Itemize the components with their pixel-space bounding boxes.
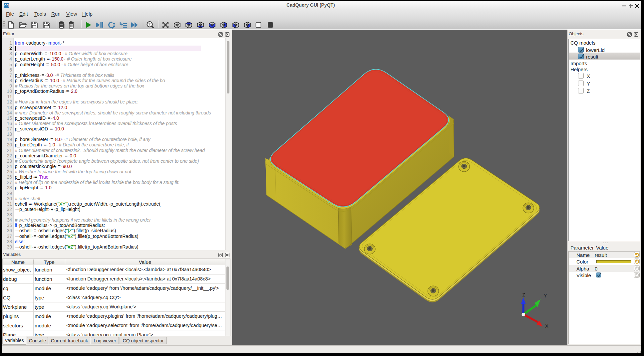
svg-text:Y: Y [544,293,547,298]
svg-text:X: X [545,323,549,329]
svg-text:Z: Z [522,292,525,297]
